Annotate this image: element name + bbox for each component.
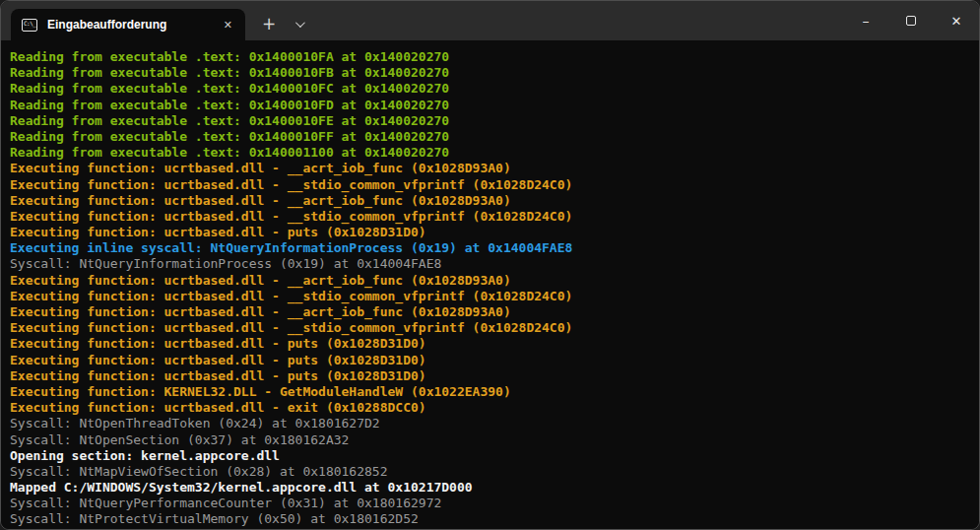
terminal-line: Executing function: ucrtbased.dll - puts…	[10, 368, 973, 384]
terminal-line: Opening section: kernel.appcore.dll	[10, 448, 973, 464]
terminal-line: Reading from executable .text: 0x1400010…	[10, 81, 973, 97]
terminal-line: Syscall: NtMapViewOfSection (0x28) at 0x…	[10, 464, 973, 480]
new-tab-button[interactable]: +	[255, 11, 283, 36]
terminal-line: Executing function: ucrtbased.dll - exit…	[10, 400, 973, 416]
terminal-line: Syscall: NtOpenSection (0x37) at 0x18016…	[10, 432, 973, 448]
tab-dropdown-button[interactable]	[285, 11, 312, 36]
terminal-line: Executing function: ucrtbased.dll - __ac…	[10, 304, 973, 320]
terminal-line: Executing function: ucrtbased.dll - puts…	[10, 336, 973, 352]
terminal-line: Executing function: KERNEL32.DLL - GetMo…	[10, 384, 973, 400]
maximize-button[interactable]	[888, 1, 934, 40]
terminal-line: Reading from executable .text: 0x1400010…	[10, 98, 973, 113]
terminal-line: Reading from executable .text: 0x1400011…	[10, 145, 973, 161]
terminal-window: C:\_ Eingabeaufforderung ✕ + – ✕ Reading…	[0, 0, 980, 530]
close-button[interactable]: ✕	[934, 1, 979, 40]
terminal-line: Reading from executable .text: 0x1400010…	[10, 113, 973, 129]
terminal-line: Executing function: ucrtbased.dll - __st…	[10, 320, 973, 336]
terminal-line: Executing function: ucrtbased.dll - __st…	[10, 177, 973, 193]
terminal-line: Mapped C:/WINDOWS/System32/kernel.appcor…	[10, 480, 973, 496]
maximize-icon	[906, 16, 916, 26]
terminal-line: Executing function: ucrtbased.dll - __st…	[10, 209, 973, 225]
tab-eingabeaufforderung[interactable]: C:\_ Eingabeaufforderung ✕	[11, 9, 245, 40]
terminal-line: Reading from executable .text: 0x1400010…	[10, 129, 973, 145]
terminal-line: Executing function: ucrtbased.dll - __ac…	[10, 193, 973, 209]
terminal-line: Syscall: NtProtectVirtualMemory (0x50) a…	[10, 511, 973, 527]
terminal-line: Syscall: NtQueryPerformanceCounter (0x31…	[10, 496, 973, 511]
command-prompt-icon-text: C:\_	[24, 21, 35, 27]
terminal-line: Executing inline syscall: NtQueryInforma…	[10, 240, 973, 256]
tab-title: Eingabeaufforderung	[47, 18, 219, 32]
terminal-line: Reading from executable .text: 0x1400010…	[10, 65, 973, 81]
terminal-line: Executing function: ucrtbased.dll - puts…	[10, 225, 973, 240]
terminal-line: Reading from executable .text: 0x1400010…	[10, 49, 973, 65]
terminal-line: Syscall: NtQueryInformationProcess (0x19…	[10, 256, 973, 272]
terminal-output[interactable]: Reading from executable .text: 0x1400010…	[1, 40, 979, 529]
terminal-line: Executing function: ucrtbased.dll - __ac…	[10, 273, 973, 289]
titlebar-drag-region[interactable]	[312, 1, 843, 40]
terminal-line: Executing function: ucrtbased.dll - puts…	[10, 353, 973, 368]
terminal-line: Syscall: NtOpenThreadToken (0x24) at 0x1…	[10, 416, 973, 431]
terminal-line: Executing function: ucrtbased.dll - __ac…	[10, 161, 973, 176]
title-bar: C:\_ Eingabeaufforderung ✕ + – ✕	[1, 1, 979, 40]
command-prompt-icon: C:\_	[22, 19, 37, 32]
tab-close-button[interactable]: ✕	[219, 17, 237, 33]
terminal-line: Executing function: ucrtbased.dll - __st…	[10, 289, 973, 304]
window-controls: – ✕	[843, 1, 979, 40]
chevron-down-icon	[294, 18, 304, 28]
minimize-button[interactable]: –	[843, 1, 888, 40]
